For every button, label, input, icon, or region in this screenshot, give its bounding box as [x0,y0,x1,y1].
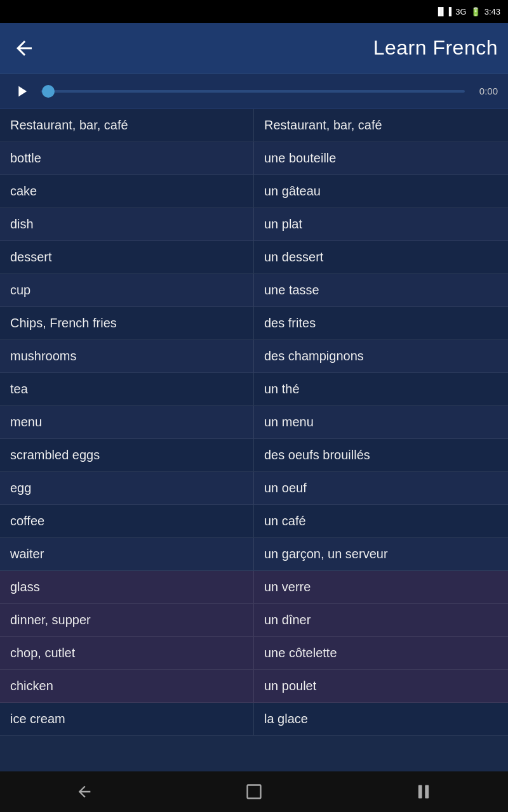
back-arrow-icon [13,37,36,60]
vocab-french: un plat [254,208,508,240]
vocab-row[interactable]: dinner, supperun dîner [0,604,508,637]
vocab-row[interactable]: cupune tasse [0,274,508,307]
vocab-french: un poulet [254,670,508,702]
nav-recents-button[interactable] [404,779,443,804]
app-header: Learn French [0,23,508,74]
vocab-english: Restaurant, bar, café [0,109,254,141]
vocab-french: un verre [254,571,508,603]
nav-home-icon [245,783,263,801]
nav-bar [0,771,508,812]
vocab-french: une bouteille [254,142,508,174]
vocab-french: des oeufs brouillés [254,439,508,471]
svg-rect-0 [247,785,260,799]
vocab-english: bottle [0,142,254,174]
vocab-english: mushrooms [0,340,254,372]
vocab-french: un dîner [254,604,508,636]
nav-back-button[interactable] [65,779,104,804]
vocab-french: une tasse [254,274,508,306]
vocab-row[interactable]: coffeeun café [0,505,508,538]
vocab-english: coffee [0,505,254,537]
vocab-english: menu [0,406,254,438]
nav-home-button[interactable] [235,779,273,804]
vocab-english: dish [0,208,254,240]
vocab-english: egg [0,472,254,504]
vocab-row[interactable]: glassun verre [0,571,508,604]
vocab-english: scrambled eggs [0,439,254,471]
vocab-row[interactable]: chop, cutletune côtelette [0,637,508,670]
vocab-english: cup [0,274,254,306]
vocab-french: un thé [254,373,508,405]
vocab-english: chicken [0,670,254,702]
vocab-row[interactable]: scrambled eggsdes oeufs brouillés [0,439,508,472]
vocab-row[interactable]: Chips, French friesdes frites [0,307,508,340]
signal-label: 3G [455,7,466,16]
vocab-row[interactable]: chickenun poulet [0,670,508,703]
vocab-french: un menu [254,406,508,438]
play-button[interactable] [10,80,33,103]
battery-icon: 🔋 [471,7,481,16]
page-title: Learn French [38,36,498,60]
vocab-row[interactable]: cakeun gâteau [0,175,508,208]
progress-dot [42,85,55,98]
time-display: 0:00 [472,86,498,96]
vocab-english: chop, cutlet [0,637,254,669]
svg-rect-1 [418,785,422,799]
vocab-french: une côtelette [254,637,508,669]
vocab-english: dinner, supper [0,604,254,636]
vocab-french: un café [254,505,508,537]
vocab-english: dessert [0,241,254,273]
svg-rect-2 [425,785,429,799]
vocab-row[interactable]: waiterun garçon, un serveur [0,538,508,571]
vocab-row[interactable]: Restaurant, bar, caféRestaurant, bar, ca… [0,109,508,142]
vocab-row[interactable]: menuun menu [0,406,508,439]
play-icon [13,82,30,100]
vocab-french: un dessert [254,241,508,273]
nav-back-icon [76,783,93,801]
audio-player: 0:00 [0,74,508,109]
vocab-french: des champignons [254,340,508,372]
vocab-row[interactable]: eggun oeuf [0,472,508,505]
vocab-french: des frites [254,307,508,339]
time-label: 3:43 [485,7,500,16]
vocab-english: cake [0,175,254,207]
vocab-row[interactable]: ice creamla glace [0,703,508,736]
vocab-french: un garçon, un serveur [254,538,508,570]
vocab-row[interactable]: dishun plat [0,208,508,241]
vocab-french: la glace [254,703,508,735]
vocab-french: un oeuf [254,472,508,504]
status-bar: ▐▌▐ 3G 🔋 3:43 [0,0,508,23]
vocab-row[interactable]: bottleune bouteille [0,142,508,175]
vocab-row[interactable]: mushroomsdes champignons [0,340,508,373]
vocab-english: ice cream [0,703,254,735]
vocab-row[interactable]: dessertun dessert [0,241,508,274]
progress-bar[interactable] [41,90,465,93]
nav-recents-icon [415,783,432,801]
vocab-list: Restaurant, bar, caféRestaurant, bar, ca… [0,109,508,771]
vocab-english: waiter [0,538,254,570]
signal-icon: ▐▌▐ [436,7,452,16]
vocab-english: tea [0,373,254,405]
vocab-english: glass [0,571,254,603]
back-button[interactable] [10,34,38,62]
vocab-row[interactable]: teaun thé [0,373,508,406]
vocab-french: un gâteau [254,175,508,207]
vocab-french: Restaurant, bar, café [254,109,508,141]
vocab-english: Chips, French fries [0,307,254,339]
